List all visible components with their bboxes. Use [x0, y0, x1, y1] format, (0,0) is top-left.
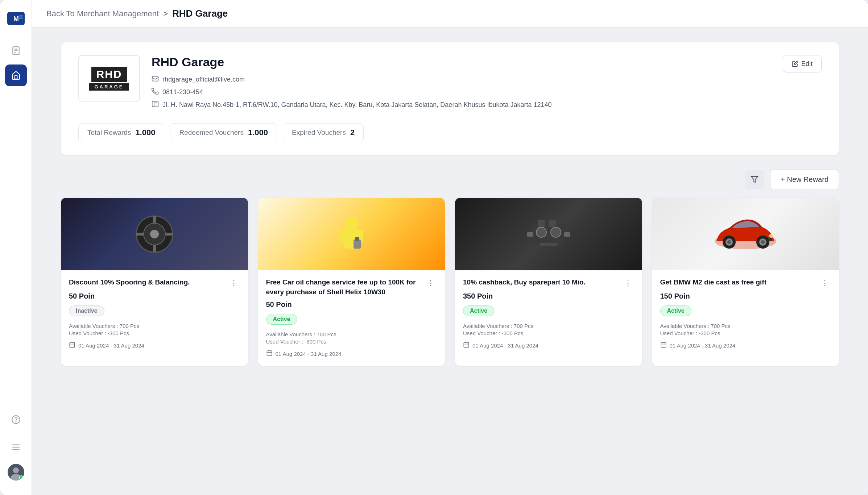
- svg-rect-42: [549, 220, 556, 227]
- svg-rect-34: [354, 240, 361, 249]
- logo-icon: M: [7, 12, 25, 25]
- breadcrumb-current: RHD Garage: [172, 8, 228, 19]
- stat-redeemed-vouchers: Redeemed Vouchers 1.000: [170, 123, 277, 142]
- card-points-1: 50 Poin: [69, 292, 240, 300]
- used-vouchers-4: Used Voucher : -300 Pcs: [660, 330, 831, 336]
- card-title-2: Free Car oil change service fee up to 10…: [266, 278, 422, 297]
- svg-rect-61: [661, 342, 666, 348]
- breadcrumb-back-link[interactable]: Back To Merchant Management: [46, 9, 159, 18]
- card-title-4: Get BMW M2 die cast as free gift: [660, 278, 816, 287]
- stat-total-rewards-label: Total Rewards: [87, 129, 131, 137]
- merchant-phone-row: 0811-230-454: [152, 88, 771, 97]
- card-image-3: [455, 198, 642, 270]
- sidebar-item-merchant[interactable]: [5, 65, 27, 86]
- avatar-online-indicator: [19, 475, 24, 480]
- merchant-card: RHD GARAGE RHD Garage rhdgarage_off: [61, 42, 839, 155]
- svg-rect-8: [15, 76, 17, 79]
- merchant-logo-top: RHD: [91, 67, 127, 82]
- card-status-badge-2: Active: [266, 314, 297, 325]
- card-body-2: Free Car oil change service fee up to 10…: [258, 270, 445, 366]
- card-status-badge-4: Active: [660, 305, 691, 316]
- card-image-4: [652, 198, 839, 270]
- rewards-section: + New Reward: [61, 170, 839, 366]
- svg-rect-46: [564, 232, 570, 237]
- svg-point-15: [13, 467, 19, 473]
- merchant-phone: 0811-230-454: [162, 88, 203, 96]
- card-date-3: 01 Aug 2024 - 31 Aug 2024: [463, 341, 634, 350]
- svg-text:M: M: [13, 15, 18, 22]
- svg-point-30: [345, 217, 358, 230]
- svg-rect-60: [768, 238, 772, 241]
- svg-point-55: [727, 240, 731, 244]
- stats-row: Total Rewards 1.000 Redeemed Vouchers 1.…: [78, 123, 822, 142]
- address-icon: [152, 100, 159, 109]
- page-content: RHD GARAGE RHD Garage rhdgarage_off: [32, 28, 868, 495]
- used-vouchers-3: Used Voucher : -300 Pcs: [463, 330, 634, 336]
- filter-button[interactable]: [745, 170, 764, 189]
- card-image-2: [258, 198, 445, 270]
- merchant-logo-inner: RHD GARAGE: [89, 67, 129, 91]
- card-status-badge-3: Active: [463, 305, 494, 316]
- svg-marker-22: [751, 176, 758, 183]
- user-avatar[interactable]: [8, 464, 24, 481]
- svg-rect-47: [540, 243, 558, 246]
- merchant-logo-bottom: GARAGE: [89, 83, 129, 91]
- calendar-icon-3: [463, 341, 470, 350]
- svg-point-25: [150, 230, 159, 238]
- sidebar-nav: [5, 40, 27, 409]
- merchant-header: RHD GARAGE RHD Garage rhdgarage_off: [78, 55, 822, 113]
- card-vouchers-1: Available Vouchers : 700 Pcs Used Vouche…: [69, 323, 240, 336]
- reward-card-4: Get BMW M2 die cast as free gift ⋮ 150 P…: [652, 198, 839, 366]
- breadcrumb-separator: >: [163, 9, 168, 18]
- merchant-address: Jl. H. Nawi Raya No.45b-1, RT.6/RW.10, G…: [162, 101, 552, 109]
- card-title-row-1: Discount 10% Spooring & Balancing. ⋮: [69, 278, 240, 288]
- card-title-3: 10% cashback, Buy sparepart 10 Mio.: [463, 278, 619, 287]
- card-date-1: 01 Aug 2024 - 31 Aug 2024: [69, 341, 240, 350]
- svg-rect-41: [538, 220, 545, 227]
- topbar: Back To Merchant Management > RHD Garage: [32, 0, 868, 28]
- merchant-info: RHD Garage rhdgarage_official@live.com: [152, 55, 771, 113]
- card-date-range-3: 01 Aug 2024 - 31 Aug 2024: [472, 342, 538, 349]
- card-menu-button-3[interactable]: ⋮: [622, 278, 634, 288]
- reward-card-2: Free Car oil change service fee up to 10…: [258, 198, 445, 366]
- reward-card-1: Discount 10% Spooring & Balancing. ⋮ 50 …: [61, 198, 248, 366]
- sidebar: M: [0, 0, 32, 495]
- sidebar-item-list[interactable]: [5, 436, 27, 458]
- card-body-1: Discount 10% Spooring & Balancing. ⋮ 50 …: [61, 270, 248, 358]
- calendar-icon-1: [69, 341, 75, 350]
- card-menu-button-4[interactable]: ⋮: [819, 278, 831, 288]
- stat-redeemed-label: Redeemed Vouchers: [179, 129, 243, 137]
- email-icon: [152, 75, 159, 84]
- svg-point-10: [16, 421, 16, 422]
- card-vouchers-2: Available Vouchers : 700 Pcs Used Vouche…: [266, 331, 437, 345]
- new-reward-button[interactable]: + New Reward: [770, 170, 839, 189]
- rewards-toolbar: + New Reward: [61, 170, 839, 189]
- rewards-grid: Discount 10% Spooring & Balancing. ⋮ 50 …: [61, 198, 839, 366]
- available-vouchers-4: Available Vouchers : 700 Pcs: [660, 323, 831, 329]
- used-vouchers-2: Used Voucher : -300 Pcs: [266, 338, 437, 345]
- svg-rect-26: [70, 342, 75, 348]
- svg-point-44: [551, 227, 561, 237]
- sidebar-item-documents[interactable]: [5, 40, 27, 62]
- card-menu-button-2[interactable]: ⋮: [425, 278, 437, 288]
- svg-point-59: [769, 234, 774, 238]
- svg-rect-32: [340, 230, 345, 242]
- svg-rect-17: [152, 76, 158, 81]
- used-vouchers-1: Used Voucher : -300 Pcs: [69, 330, 240, 336]
- sidebar-item-help[interactable]: [5, 409, 27, 430]
- app-logo[interactable]: M: [6, 9, 26, 28]
- sidebar-bottom: [5, 409, 27, 486]
- svg-rect-36: [267, 351, 272, 356]
- merchant-email-row: rhdgarage_official@live.com: [152, 75, 771, 84]
- merchant-name: RHD Garage: [152, 55, 771, 69]
- card-menu-button-1[interactable]: ⋮: [228, 278, 240, 288]
- edit-button[interactable]: Edit: [783, 55, 822, 72]
- merchant-logo: RHD GARAGE: [78, 55, 140, 102]
- svg-point-43: [536, 227, 546, 237]
- main-content: Back To Merchant Management > RHD Garage…: [32, 0, 868, 495]
- card-title-row-3: 10% cashback, Buy sparepart 10 Mio. ⋮: [463, 278, 634, 288]
- card-vouchers-3: Available Vouchers : 700 Pcs Used Vouche…: [463, 323, 634, 336]
- stat-expired-label: Expired Vouchers: [292, 129, 346, 137]
- card-date-4: 01 Aug 2024 - 31 Aug 2024: [660, 341, 831, 350]
- svg-point-58: [761, 240, 765, 244]
